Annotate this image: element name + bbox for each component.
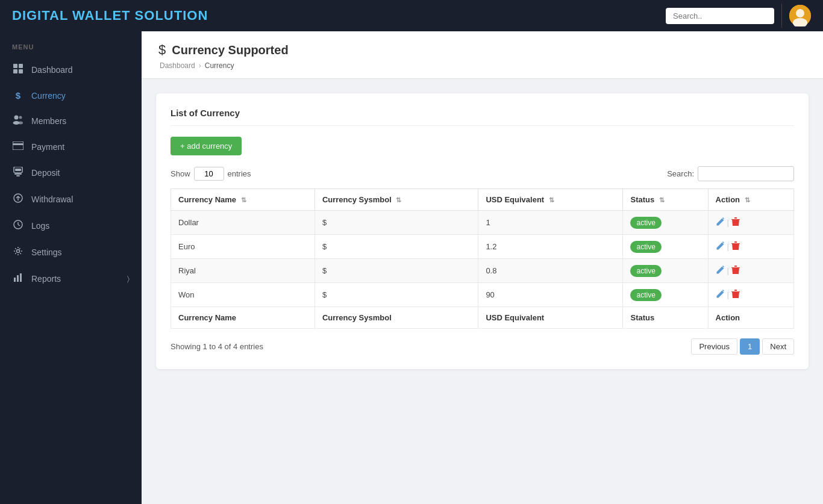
col-header-symbol[interactable]: Currency Sysmbol ⇅ — [314, 189, 478, 211]
cell-status: active — [623, 283, 708, 307]
show-entries-control: Show 10 entries — [171, 167, 251, 181]
sidebar-item-payment[interactable]: Payment — [0, 134, 142, 160]
page-1-button[interactable]: 1 — [740, 338, 760, 355]
svg-rect-21 — [14, 278, 16, 282]
reports-chevron-icon: 〉 — [127, 275, 130, 283]
cell-usd: 90 — [478, 283, 623, 307]
col-header-status[interactable]: Status ⇅ — [623, 189, 708, 211]
avatar[interactable] — [789, 5, 811, 26]
col-header-usd[interactable]: USD Equivalent ⇅ — [478, 189, 623, 211]
sidebar-label-currency: Currency — [31, 91, 66, 101]
svg-rect-23 — [20, 273, 22, 282]
status-badge: active — [630, 241, 661, 253]
cell-symbol: $ — [314, 283, 478, 307]
svg-point-10 — [18, 122, 23, 125]
action-separator: | — [727, 242, 729, 251]
sidebar-label-dashboard: Dashboard — [31, 65, 73, 75]
currency-icon: $ — [12, 90, 24, 101]
page-title: Currency Supported — [172, 43, 288, 57]
col-header-action: Action ⇅ — [708, 189, 793, 211]
entries-count-input[interactable]: 10 — [194, 167, 224, 181]
cell-name: Won — [171, 283, 315, 307]
search-label: Search: — [667, 169, 694, 178]
table-search-input[interactable] — [698, 166, 794, 181]
svg-rect-12 — [13, 143, 23, 145]
table-row: Euro $ 1.2 active | — [171, 235, 794, 259]
svg-point-7 — [14, 116, 19, 120]
delete-button[interactable] — [731, 265, 740, 276]
payment-icon — [12, 142, 24, 152]
delete-button[interactable] — [731, 241, 740, 252]
delete-button[interactable] — [731, 289, 740, 300]
sidebar-item-settings[interactable]: Settings — [0, 239, 142, 266]
cell-usd: 1.2 — [478, 235, 623, 259]
svg-point-9 — [19, 116, 22, 119]
svg-rect-4 — [19, 64, 23, 68]
edit-button[interactable] — [716, 266, 725, 276]
col-header-name[interactable]: Currency Name ⇅ — [171, 189, 315, 211]
svg-rect-15 — [14, 173, 22, 175]
sidebar-item-logs[interactable]: Logs — [0, 213, 142, 239]
svg-rect-16 — [16, 175, 20, 176]
action-icons: | — [716, 217, 786, 228]
brand-title: DIGITAL WALLET SOLUTION — [12, 8, 208, 23]
cell-action: | — [708, 211, 793, 235]
breadcrumb: Dashboard › Currency — [158, 61, 806, 70]
action-icons: | — [716, 241, 786, 252]
sidebar-item-deposit[interactable]: Deposit — [0, 160, 142, 186]
cell-action: | — [708, 235, 793, 259]
add-currency-button[interactable]: + add currency — [171, 137, 242, 155]
sort-name-icon: ⇅ — [241, 196, 246, 204]
members-icon — [12, 115, 24, 127]
table-search-control: Search: — [667, 166, 794, 181]
action-separator: | — [727, 218, 729, 227]
delete-button[interactable] — [731, 217, 740, 228]
sidebar-item-withdrawal[interactable]: Withdrawal — [0, 186, 142, 213]
footer-col-status: Status — [623, 307, 708, 329]
reports-icon — [12, 273, 24, 285]
edit-button[interactable] — [716, 217, 725, 228]
deposit-icon — [12, 167, 24, 179]
action-separator: | — [727, 290, 729, 299]
table-footer-row: Currency Name Currency Sysmbol USD Equiv… — [171, 307, 794, 329]
breadcrumb-current: Currency — [205, 61, 234, 70]
navbar: DIGITAL WALLET SOLUTION — [0, 0, 823, 31]
edit-button[interactable] — [716, 290, 725, 300]
nav-divider — [781, 4, 782, 28]
dashboard-icon — [12, 64, 24, 76]
cell-status: active — [623, 235, 708, 259]
search-input[interactable] — [666, 8, 774, 24]
edit-button[interactable] — [716, 241, 725, 252]
sidebar-label-payment: Payment — [31, 142, 64, 152]
svg-rect-22 — [17, 275, 19, 282]
cell-status: active — [623, 211, 708, 235]
cell-usd: 0.8 — [478, 259, 623, 283]
sidebar-item-reports[interactable]: Reports 〉 — [0, 266, 142, 292]
cell-usd: 1 — [478, 211, 623, 235]
sort-action-icon: ⇅ — [745, 196, 750, 204]
navbar-right — [666, 4, 811, 28]
sidebar-label-logs: Logs — [31, 221, 49, 231]
status-badge: active — [630, 217, 661, 229]
sidebar-item-currency[interactable]: $ Currency — [0, 83, 142, 108]
sidebar-item-dashboard[interactable]: Dashboard — [0, 57, 142, 83]
page-header: $ Currency Supported Dashboard › Currenc… — [142, 31, 823, 79]
sidebar-item-members[interactable]: Members — [0, 108, 142, 134]
show-label: Show — [171, 169, 190, 178]
svg-rect-11 — [13, 142, 23, 150]
sort-symbol-icon: ⇅ — [396, 196, 401, 204]
table-row: Dollar $ 1 active | — [171, 211, 794, 235]
previous-button[interactable]: Previous — [691, 338, 737, 355]
cell-name: Riyal — [171, 259, 315, 283]
status-badge: active — [630, 289, 661, 301]
cell-name: Euro — [171, 235, 315, 259]
next-button[interactable]: Next — [762, 338, 794, 355]
cell-symbol: $ — [314, 235, 478, 259]
cell-symbol: $ — [314, 259, 478, 283]
status-badge: active — [630, 265, 661, 277]
sidebar-label-withdrawal: Withdrawal — [31, 194, 73, 204]
pagination-buttons: Previous 1 Next — [691, 338, 794, 355]
pagination-row: Showing 1 to 4 of 4 entries Previous 1 N… — [171, 338, 794, 355]
page-title-icon: $ — [158, 42, 166, 58]
breadcrumb-home[interactable]: Dashboard — [160, 61, 195, 70]
